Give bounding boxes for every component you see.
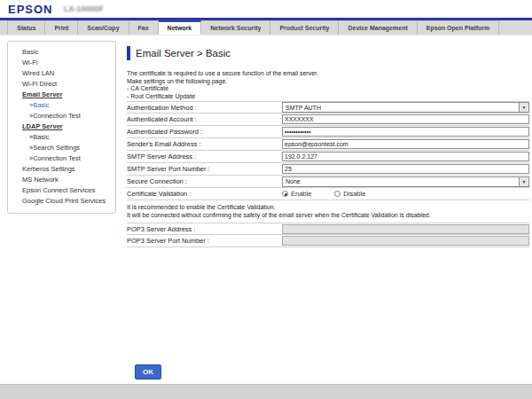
sidebar-item-ldap-search-settings[interactable]: »Search Settings [22,143,113,153]
tab-network-security[interactable]: Network Security [201,20,270,35]
sidebar-item-wifi[interactable]: Wi-Fi [22,58,113,68]
sidebar-item-epson-connect-services[interactable]: Epson Connect Services [22,185,113,196]
tab-fax[interactable]: Fax [129,20,159,35]
form-row-authenticated-password: Authenticated Password : [127,126,529,138]
field-label: Secure Connection : [127,177,282,185]
sidebar-item-wifi-direct[interactable]: Wi-Fi Direct [22,79,113,90]
tab-scan-copy[interactable]: Scan/Copy [78,20,129,35]
certificate-validation-disable-option[interactable]: Disable [334,190,365,198]
form-row-certificate-validation: Certificate Validation : Enable Disable [127,188,529,200]
form-row-senders-email-address: Sender's Email Address : [127,138,529,151]
certificate-validation-enable-option[interactable]: Enable [282,190,311,198]
footer-bar [0,384,532,399]
smtp-server-address-input[interactable] [282,152,529,161]
tab-print[interactable]: Print [45,20,78,35]
field-label: SMTP Server Port Number : [127,165,282,173]
form-row-smtp-server-address: SMTP Server Address : [127,151,529,163]
smtp-server-port-number-input[interactable] [282,164,529,174]
note-line: It will be connected without confirming … [127,211,529,219]
ok-button[interactable]: OK [135,364,161,379]
sidebar-item-google-cloud-print-services[interactable]: Google Cloud Print Services [22,196,113,207]
field-label: POP3 Server Address : [127,225,282,233]
field-label: POP3 Server Port Number : [127,237,282,245]
pop3-server-address-input [282,224,529,234]
sidebar-item-ms-network[interactable]: MS Network [22,175,113,185]
description-line: - CA Certificate [127,85,318,93]
form-row-secure-connection: Secure Connection : None ▼ [127,176,529,188]
radio-disable-icon[interactable] [334,191,340,197]
form-row-pop3-server-port-number: POP3 Server Port Number : [127,235,529,247]
sidebar-item-kerberos-settings[interactable]: Kerberos Settings [22,164,113,175]
selected-value: SMTP AUTH [283,105,321,111]
field-label: Authenticated Password : [127,128,282,136]
sidebar-item-email-server-connection-test[interactable]: »Connection Test [22,111,113,121]
radio-enable-icon[interactable] [282,191,288,197]
description-line: Make settings on the following page. [127,78,318,86]
description-line: The certificate is required to use a sec… [127,70,318,78]
authenticated-account-input[interactable] [282,114,529,124]
selected-value: None [283,178,301,184]
authenticated-password-input[interactable] [282,127,529,137]
secure-connection-select[interactable]: None ▼ [282,176,529,187]
field-label: Certificate Validation : [127,190,282,198]
sidebar-nav: Basic Wi-Fi Wired LAN Wi-Fi Direct Email… [7,41,116,214]
field-label: Authentication Method : [127,104,282,112]
dropdown-arrow-icon[interactable]: ▼ [519,103,528,112]
tab-bar: Status Print Scan/Copy Fax Network Netwo… [0,20,532,35]
sidebar-item-wired-lan[interactable]: Wired LAN [22,68,113,79]
sidebar-group-ldap-server[interactable]: LDAP Server [22,121,113,132]
tab-network[interactable]: Network [159,20,202,35]
note-line: It is recommended to enable the Certific… [127,203,529,211]
tab-device-management[interactable]: Device Management [339,20,417,35]
form-row-authentication-method: Authentication Method : SMTP AUTH ▼ [127,101,529,113]
tab-product-security[interactable]: Product Security [270,20,339,35]
sidebar-item-ldap-connection-test[interactable]: »Connection Test [22,153,113,164]
field-label: Sender's Email Address : [127,140,282,148]
email-server-form: Authentication Method : SMTP AUTH ▼ Auth… [127,101,529,247]
field-label: SMTP Server Address : [127,153,282,160]
pop3-server-port-number-input [282,236,529,246]
form-row-smtp-server-port-number: SMTP Server Port Number : [127,163,529,176]
radio-label: Disable [343,190,365,198]
page-title: Email Server > Basic [136,48,231,59]
sidebar-group-email-server[interactable]: Email Server [22,90,113,100]
page-title-block: Email Server > Basic [127,45,231,60]
radio-label: Enable [291,190,311,198]
header: EPSON LX-10000F [0,0,532,18]
sidebar-item-ldap-basic[interactable]: »Basic [22,132,113,143]
authentication-method-select[interactable]: SMTP AUTH ▼ [282,102,529,113]
form-row-authenticated-account: Authenticated Account : [127,113,529,126]
sidebar-item-email-server-basic[interactable]: »Basic [22,100,113,111]
page-description: The certificate is required to use a sec… [127,70,318,100]
form-row-pop3-server-address: POP3 Server Address : [127,223,529,235]
dropdown-arrow-icon[interactable]: ▼ [519,177,528,186]
sidebar-item-basic[interactable]: Basic [22,47,113,58]
title-accent-bar [127,46,130,60]
senders-email-address-input[interactable] [282,139,529,149]
tab-status[interactable]: Status [7,20,45,35]
epson-logo: EPSON [8,3,53,16]
tab-epson-open-platform[interactable]: Epson Open Platform [418,20,500,35]
certificate-validation-note: It is recommended to enable the Certific… [127,200,529,223]
description-line: - Root Certificate Update [127,93,318,101]
printer-model-label: LX-10000F [64,4,104,13]
field-label: Authenticated Account : [127,115,282,123]
